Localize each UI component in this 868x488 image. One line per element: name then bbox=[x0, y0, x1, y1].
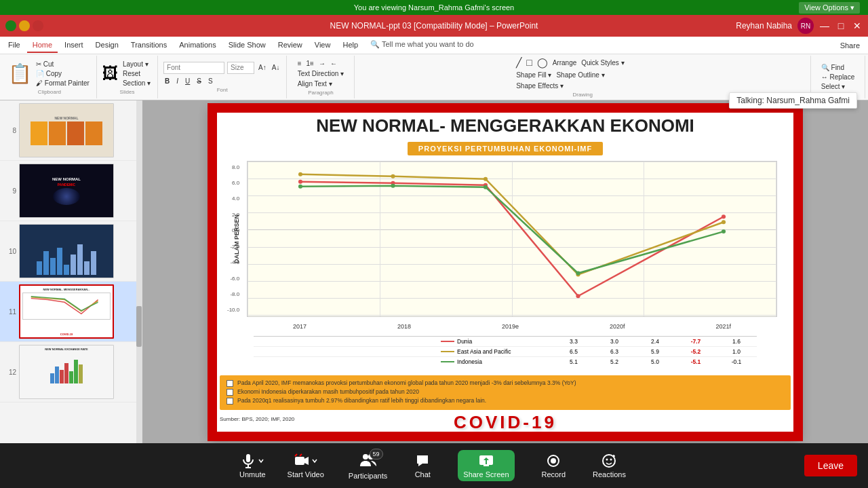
leave-button[interactable]: Leave bbox=[804, 455, 857, 476]
tab-file[interactable]: File bbox=[3, 38, 26, 53]
checkbox-3[interactable] bbox=[226, 398, 233, 405]
underline-button[interactable]: U bbox=[184, 77, 191, 86]
view-options-button[interactable]: View Options ▾ bbox=[799, 2, 860, 14]
username: Reyhan Nabiha bbox=[736, 21, 792, 31]
shape-btn-3[interactable]: ◯ bbox=[536, 56, 549, 69]
shape-fill-button[interactable]: Shape Fill ▾ bbox=[515, 71, 553, 79]
decrease-font-button[interactable]: A↓ bbox=[271, 63, 281, 72]
checkbox-2[interactable] bbox=[226, 389, 233, 396]
svg-point-13 bbox=[576, 271, 580, 275]
start-video-group[interactable]: Start Video bbox=[277, 450, 335, 481]
info-text-2: Ekonomi Indonesia diperkarakan masih tum… bbox=[237, 388, 419, 395]
select-button[interactable]: Select ▾ bbox=[820, 82, 856, 91]
shape-outline-button[interactable]: Shape Outline ▾ bbox=[555, 71, 606, 79]
eap-2021f: 1.0 bbox=[716, 347, 757, 356]
font-face-input[interactable] bbox=[163, 62, 224, 74]
format-painter-button[interactable]: 🖌 Format Painter bbox=[35, 79, 91, 88]
tab-animations[interactable]: Animations bbox=[174, 38, 221, 53]
tab-review[interactable]: Review bbox=[273, 38, 308, 53]
checkbox-1[interactable] bbox=[226, 380, 233, 387]
participants-group[interactable]: 59 Participants bbox=[335, 449, 401, 483]
reactions-label: Reactions bbox=[593, 470, 626, 478]
slide-thumb-11[interactable]: 11 NEW NORMAL- MENGGERAKKAN... COVID-19 bbox=[0, 282, 142, 342]
traffic-light-yellow[interactable] bbox=[19, 20, 30, 31]
unmute-group[interactable]: Unmute bbox=[229, 450, 277, 481]
x-label-2019e: 2019e bbox=[502, 323, 519, 330]
tab-help[interactable]: Help bbox=[337, 38, 363, 53]
info-box: Pada April 2020, IMF memanokas provoksi … bbox=[220, 375, 791, 410]
cut-button[interactable]: ✂ Cut bbox=[35, 60, 91, 69]
slide-thumb-10[interactable]: 10 bbox=[0, 221, 142, 282]
chat-group[interactable]: Chat bbox=[401, 450, 444, 481]
layout-button[interactable]: Layout ▾ bbox=[121, 60, 152, 69]
indent-right-button[interactable]: → bbox=[317, 59, 327, 68]
font-group: A↑ A↓ B I U S S Font bbox=[158, 56, 287, 98]
dunia-2020f: -7.7 bbox=[675, 337, 716, 346]
quick-styles-button[interactable]: Quick Styles ▾ bbox=[580, 56, 625, 69]
share-button[interactable]: Share bbox=[835, 40, 865, 51]
eap-2020f: -5.2 bbox=[675, 347, 716, 356]
text-direction-button[interactable]: Text Direction ▾ bbox=[296, 69, 345, 78]
slides-group: 🖼 Layout ▾ Reset Section ▾ Slides bbox=[97, 56, 158, 98]
close-button[interactable]: ✕ bbox=[852, 20, 863, 31]
slide-thumb-8[interactable]: 8 NEW NORMAL bbox=[0, 100, 142, 161]
tab-insert[interactable]: Insert bbox=[59, 38, 89, 53]
proyeksi-button[interactable]: PROYEKSI PERTUMBUHAN EKONOMI-IMF bbox=[408, 142, 603, 155]
italic-button[interactable]: I bbox=[175, 77, 180, 86]
bullets-button[interactable]: ≡ bbox=[296, 59, 303, 68]
unmute-chevron-icon bbox=[258, 457, 264, 464]
tab-slideshow[interactable]: Slide Show bbox=[223, 38, 271, 53]
find-button[interactable]: 🔍 Find bbox=[820, 63, 856, 72]
font-label: Font bbox=[217, 87, 228, 93]
start-video-label: Start Video bbox=[288, 470, 324, 478]
arrange-button[interactable]: Arrange bbox=[551, 56, 578, 69]
strikethrough-button[interactable]: S bbox=[195, 77, 203, 86]
panel-scrollbar[interactable] bbox=[136, 100, 142, 443]
reset-button[interactable]: Reset bbox=[121, 69, 152, 78]
copy-button[interactable]: 📄 Copy bbox=[35, 69, 91, 78]
increase-font-button[interactable]: A↑ bbox=[257, 63, 268, 72]
indent-left-button[interactable]: ← bbox=[329, 59, 338, 68]
numbering-button[interactable]: 1≡ bbox=[305, 59, 315, 68]
svg-point-29 bbox=[606, 459, 608, 461]
svg-rect-15 bbox=[246, 454, 250, 462]
x-label-2017: 2017 bbox=[293, 323, 307, 330]
shadow-button[interactable]: S bbox=[207, 77, 214, 86]
shape-btn-1[interactable]: ╱ bbox=[515, 56, 523, 69]
tab-view[interactable]: View bbox=[309, 38, 336, 53]
window-title: NEW NORMAL-ppt 03 [Compatibility Mode] –… bbox=[330, 21, 538, 31]
shape-btn-2[interactable]: □ bbox=[525, 56, 533, 69]
maximize-button[interactable]: □ bbox=[835, 20, 846, 31]
eap-2017: 6.5 bbox=[553, 347, 594, 356]
clipboard-label: Clipboard bbox=[38, 89, 61, 95]
reactions-group[interactable]: Reactions bbox=[579, 450, 639, 481]
tab-transitions[interactable]: Transitions bbox=[125, 38, 172, 53]
font-size-input[interactable] bbox=[227, 62, 254, 74]
eap-2019e: 5.9 bbox=[635, 347, 675, 356]
record-group[interactable]: Record bbox=[528, 450, 579, 481]
slide-thumb-12[interactable]: 12 NEW NORMAL EXCHANGE RATE bbox=[0, 342, 142, 402]
reactions-icon bbox=[601, 453, 617, 469]
share-screen-group[interactable]: Share Screen bbox=[444, 447, 528, 484]
section-button[interactable]: Section ▾ bbox=[121, 79, 152, 88]
tab-home[interactable]: Home bbox=[27, 38, 58, 53]
title-bar: NEW NORMAL-ppt 03 [Compatibility Mode] –… bbox=[0, 15, 868, 37]
bold-button[interactable]: B bbox=[163, 77, 171, 86]
chat-label: Chat bbox=[415, 470, 431, 478]
clipboard-group: 📋 ✂ Cut 📄 Copy 🖌 Format Painter Clipboar… bbox=[3, 56, 97, 98]
replace-button[interactable]: ↔ Replace bbox=[820, 73, 856, 81]
minimize-button[interactable]: — bbox=[819, 20, 830, 31]
share-screen-icon bbox=[478, 453, 494, 469]
slide-thumb-9[interactable]: 9 NEW NORMAL PANDEMIC bbox=[0, 161, 142, 221]
align-text-button[interactable]: Align Text ▾ bbox=[296, 79, 334, 88]
slide-panel: 8 NEW NORMAL 9 NEW NORMAL PANDEMIC bbox=[0, 100, 142, 443]
svg-point-10 bbox=[298, 184, 302, 188]
share-screen-label: Share Screen bbox=[463, 470, 509, 478]
shape-effects-button[interactable]: Shape Effects ▾ bbox=[515, 81, 565, 90]
tab-tell-me[interactable]: 🔍 Tell me what you want to do bbox=[365, 37, 479, 53]
traffic-light-green[interactable] bbox=[5, 20, 16, 31]
main-slide-area: NEW NORMAL- MENGGERAKKAN EKONOMI PROYEKS… bbox=[142, 100, 868, 443]
record-label: Record bbox=[542, 470, 566, 478]
tab-design[interactable]: Design bbox=[90, 38, 124, 53]
traffic-light-red[interactable] bbox=[33, 20, 43, 31]
